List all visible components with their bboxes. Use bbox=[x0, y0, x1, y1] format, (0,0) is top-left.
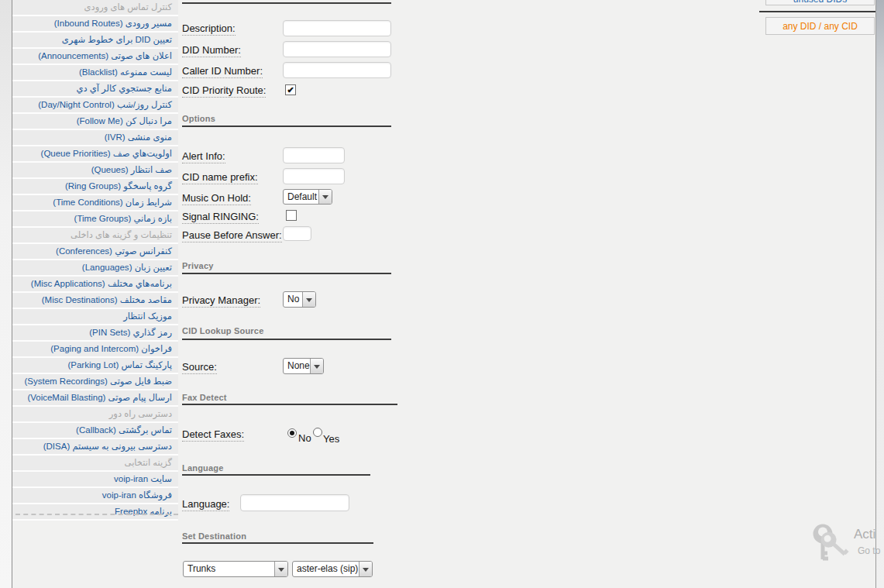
section-privacy: Privacy bbox=[182, 261, 214, 270]
detect-faxes-yes-label: Yes bbox=[323, 433, 339, 445]
cid-name-prefix-label: CID name prefix: bbox=[182, 171, 258, 183]
alert-info-input[interactable] bbox=[283, 147, 345, 163]
detect-faxes-no-radio[interactable] bbox=[287, 428, 297, 438]
music-on-hold-selected-value: Default bbox=[284, 190, 318, 204]
music-on-hold-select[interactable]: Default bbox=[283, 189, 332, 205]
section-privacy-rule bbox=[182, 273, 391, 274]
did-number-input[interactable] bbox=[283, 41, 391, 57]
sidebar-item-did-city-lines[interactable]: تعيين DID برای خطوط شهری bbox=[12, 33, 178, 49]
privacy-manager-label: Privacy Manager: bbox=[182, 294, 260, 306]
pause-before-answer-input[interactable] bbox=[283, 226, 311, 241]
music-on-hold-label: Music On Hold: bbox=[182, 192, 251, 204]
language-input[interactable] bbox=[240, 494, 349, 511]
sidebar-item-misc-applications[interactable]: برنامه‌هاي مختلف (Misc Applications) bbox=[12, 277, 178, 293]
sidebar-item-disa[interactable]: دسترسی بیرونی به سیستم (DISA) bbox=[12, 439, 178, 456]
sidebar-item-voip-iran-site[interactable]: سایت voip-iran bbox=[12, 472, 178, 488]
sidebar-item-paging-intercom[interactable]: فراخوان (Paging and Intercom) bbox=[12, 342, 178, 358]
any-did-any-cid-button[interactable]: any DID / any CID bbox=[765, 17, 875, 35]
privacy-manager-selected-value: No bbox=[284, 292, 302, 307]
sidebar-item-parking-lot[interactable]: پارکینگ تماس (Parking Lot) bbox=[12, 358, 178, 374]
sidebar-item-queues[interactable]: صف انتظار (Queues) bbox=[12, 163, 178, 179]
sidebar-nav: كنترل تماس های ورودیمسير ورودی (Inbound … bbox=[12, 0, 178, 521]
privacy-manager-select[interactable]: No bbox=[283, 291, 316, 308]
caller-id-number-label: Caller ID Number: bbox=[182, 65, 263, 77]
sidebar-item-announcements[interactable]: اعلان های صوتی (Announcements) bbox=[12, 49, 178, 65]
sidebar-item-remote-access-header: دسترسی راه دور bbox=[12, 407, 178, 423]
sidebar-item-pin-sets[interactable]: رمز گذاري (PIN Sets) bbox=[12, 325, 178, 342]
destination-category-select[interactable]: Trunks bbox=[183, 561, 288, 577]
dropdown-arrow-icon bbox=[302, 292, 315, 307]
sidebar-end-dashed-divider bbox=[15, 514, 178, 515]
sidebar-item-ivr[interactable]: منوی منشی (IVR) bbox=[12, 130, 178, 146]
sidebar-item-freepbx-app[interactable]: برنامه Freepbx bbox=[12, 504, 178, 521]
language-label: Language: bbox=[182, 498, 229, 510]
cid-priority-route-checkbox[interactable]: ✔ bbox=[285, 84, 296, 95]
watermark-line1: Acti bbox=[854, 527, 875, 542]
section-language: Language bbox=[182, 463, 224, 473]
source-select[interactable]: None bbox=[283, 358, 324, 374]
section-fax-detect: Fax Detect bbox=[182, 393, 227, 402]
sidebar-item-callerid-lookup[interactable]: منابع جستجوي کالر آي دي bbox=[12, 81, 178, 98]
caller-id-number-input[interactable] bbox=[283, 62, 391, 78]
sidebar-item-system-recordings[interactable]: ضبط فایل صوتی (System Recordings) bbox=[12, 374, 178, 390]
sidebar-item-conferences[interactable]: کنفرانس صوتي (Conferences) bbox=[12, 244, 178, 260]
sidebar-item-follow-me[interactable]: مرا دنبال کن (Follow Me) bbox=[12, 114, 178, 130]
sidebar-item-day-night-control[interactable]: كنترل روز/شب (Day/Night Control) bbox=[12, 98, 178, 114]
section-options-rule bbox=[182, 126, 391, 127]
right-panel-divider bbox=[759, 11, 877, 12]
section-set-destination: Set Destination bbox=[182, 531, 246, 541]
section-cid-lookup-source: CID Lookup Source bbox=[182, 326, 263, 335]
did-number-label: DID Number: bbox=[182, 44, 241, 56]
signal-ringing-checkbox[interactable]: ✔ bbox=[286, 210, 297, 221]
form-top-rule bbox=[182, 2, 391, 4]
sidebar-item-internal-settings-header: تنظیمات و گزینه های داخلی bbox=[12, 228, 178, 244]
sidebar-item-time-conditions[interactable]: شرايط زمان (Time Conditions) bbox=[12, 195, 178, 211]
sidebar-item-time-groups[interactable]: بازه زماني (Time Groups) bbox=[12, 211, 178, 228]
sidebar-item-music-on-hold[interactable]: موزیک انتظار bbox=[12, 309, 178, 325]
sidebar-item-voicemail-blasting[interactable]: ارسال پیام صوتی (VoiceMail Blasting) bbox=[12, 390, 178, 407]
watermark-line2: Go to bbox=[858, 545, 880, 556]
keys-icon bbox=[810, 524, 852, 570]
source-label: Source: bbox=[182, 361, 217, 373]
signal-ringing-label: Signal RINGING: bbox=[182, 211, 259, 222]
checkmark-icon: ✔ bbox=[287, 85, 294, 95]
sidebar-item-misc-destinations[interactable]: مقاصد مختلف (Misc Destinations) bbox=[12, 293, 178, 309]
destination-target-selected-value: aster-elas (sip) bbox=[293, 562, 359, 576]
left-margin-strip bbox=[0, 0, 12, 588]
page: كنترل تماس های ورودیمسير ورودی (Inbound … bbox=[0, 0, 884, 588]
sidebar-item-voip-iran-shop[interactable]: فروشگاه voip-iran bbox=[12, 488, 178, 504]
section-cid-lookup-source-rule bbox=[182, 339, 391, 340]
right-margin-strip bbox=[876, 0, 884, 588]
detect-faxes-yes-radio[interactable] bbox=[313, 428, 322, 437]
sidebar-item-ring-groups[interactable]: گروه پاسخگو (Ring Groups) bbox=[12, 179, 178, 195]
unused-dids-button[interactable]: unused DIDs bbox=[765, 0, 875, 5]
cid-name-prefix-input[interactable] bbox=[283, 168, 345, 184]
source-selected-value: None bbox=[284, 359, 310, 373]
pause-before-answer-label: Pause Before Answer: bbox=[182, 229, 282, 241]
sidebar-item-callback[interactable]: تماس برگشتی (Callback) bbox=[12, 423, 178, 439]
sidebar-item-incoming-calls-header: كنترل تماس های ورودی bbox=[12, 0, 178, 16]
section-language-rule bbox=[182, 474, 370, 476]
section-options: Options bbox=[182, 114, 215, 123]
section-set-destination-rule bbox=[182, 542, 373, 544]
sidebar-item-queue-priorities[interactable]: اولويت‌هاي صف (Queue Priorities) bbox=[12, 146, 178, 163]
dropdown-arrow-icon bbox=[359, 562, 372, 576]
detect-faxes-label: Detect Faxes: bbox=[182, 428, 244, 440]
section-fax-detect-rule bbox=[182, 404, 397, 405]
cid-priority-route-label: CID Priority Route: bbox=[182, 84, 266, 96]
sidebar-item-inbound-routes[interactable]: مسير ورودی (Inbound Routes) bbox=[12, 16, 178, 33]
detect-faxes-no-label: No bbox=[298, 432, 311, 444]
sidebar-item-blacklist[interactable]: ليست ممنوعه (Blacklist) bbox=[12, 65, 178, 81]
description-label: Description: bbox=[182, 22, 236, 34]
dropdown-arrow-icon bbox=[310, 359, 323, 373]
sidebar-item-optional-header: گزینه انتخابی bbox=[12, 456, 178, 472]
alert-info-label: Alert Info: bbox=[182, 150, 225, 162]
destination-target-select[interactable]: aster-elas (sip) bbox=[292, 561, 373, 577]
description-input[interactable] bbox=[283, 20, 391, 36]
dropdown-arrow-icon bbox=[318, 190, 332, 204]
destination-category-selected-value: Trunks bbox=[184, 562, 274, 576]
sidebar-item-languages[interactable]: تعيين زبان (Languages) bbox=[12, 260, 178, 277]
dropdown-arrow-icon bbox=[274, 562, 287, 576]
